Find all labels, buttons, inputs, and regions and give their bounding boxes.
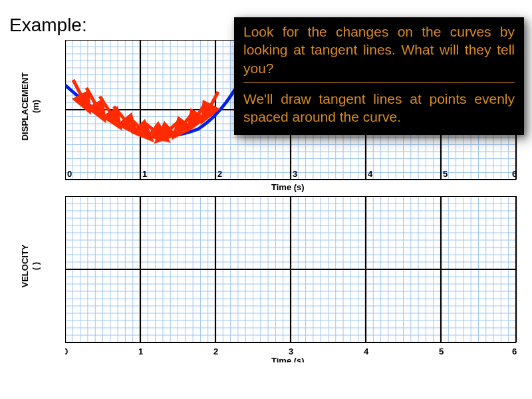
annotation-line-2: We'll draw tangent lines at points evenl… [243, 90, 515, 126]
x-tick: 5 [443, 169, 448, 179]
x-tick: 0 [67, 169, 72, 179]
x-tick: 3 [293, 169, 297, 179]
x-tick: 5 [439, 346, 444, 356]
svg-line-106 [180, 112, 194, 130]
x-tick: 6 [512, 169, 517, 179]
y-axis-label: DISPLACEMENT [20, 57, 30, 156]
y-axis-unit: ( ) [31, 233, 41, 299]
x-tick: 6 [512, 346, 517, 356]
x-tick: 1 [142, 169, 147, 179]
annotation-box: Look for the changes on the curves by lo… [234, 17, 524, 135]
y-axis-unit: (m) [31, 73, 41, 140]
x-tick: 4 [364, 346, 369, 356]
svg-line-99 [73, 80, 85, 103]
x-tick: 0 [65, 346, 68, 356]
x-tick: 2 [217, 169, 222, 179]
annotation-divider [243, 82, 515, 83]
annotation-line-1: Look for the changes on the curves by lo… [243, 23, 515, 77]
x-tick: 3 [289, 346, 293, 356]
y-axis-label: VELOCITY [20, 216, 30, 316]
velocity-chart: VELOCITY ( ) [65, 196, 521, 342]
x-axis-label: Time (s) [271, 356, 305, 362]
svg-line-107 [194, 102, 206, 122]
x-axis-label: Time (s) [271, 182, 305, 192]
x-tick: 4 [368, 169, 373, 179]
slide-title: Example: [9, 15, 87, 36]
velocity-plot: 0 0 1 2 3 4 5 6 Time (s) [65, 196, 521, 362]
x-tick: 2 [213, 346, 218, 356]
x-tick: 1 [138, 346, 143, 356]
